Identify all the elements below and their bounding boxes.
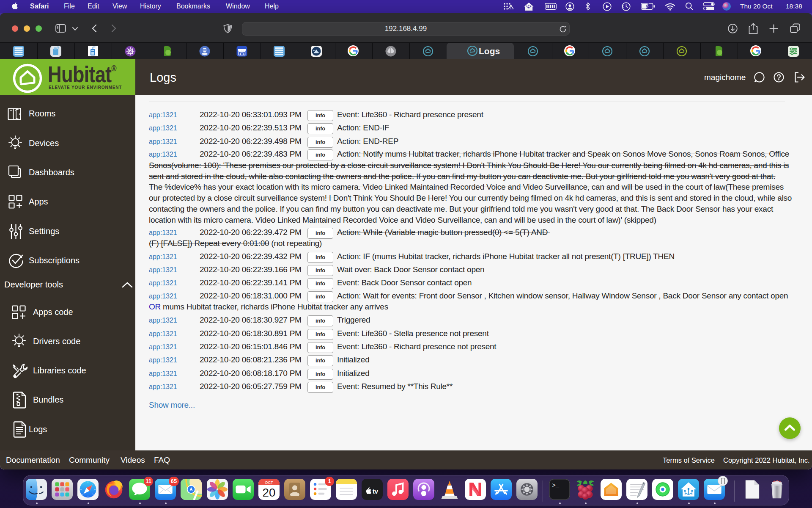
- svg-text:>_: >_: [552, 482, 559, 489]
- svg-text:tv: tv: [373, 488, 379, 495]
- svg-text:OCT: OCT: [265, 480, 273, 485]
- svg-text:20: 20: [263, 486, 276, 499]
